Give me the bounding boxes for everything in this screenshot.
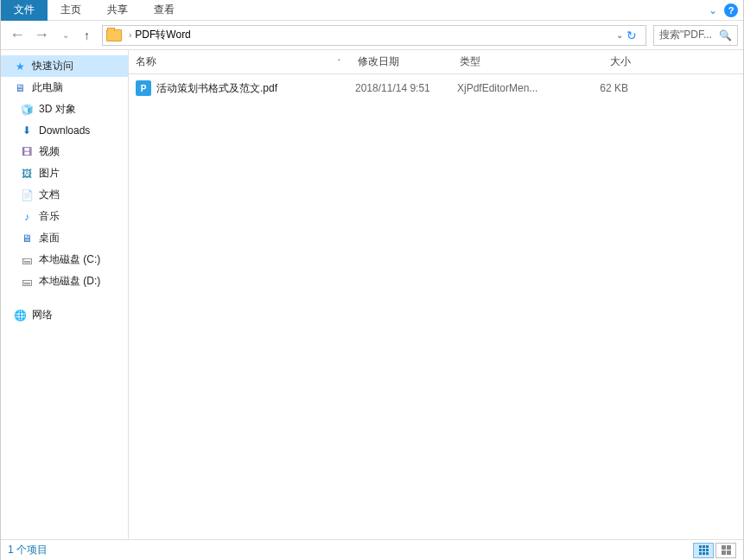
dropdown-icon[interactable]: ⌄ xyxy=(616,30,623,40)
folder-icon xyxy=(106,29,122,41)
column-headers: 名称 ˆ 修改日期 类型 大小 xyxy=(129,50,743,74)
music-icon: ♪ xyxy=(20,210,34,224)
search-icon: 🔍 xyxy=(719,29,737,41)
column-name[interactable]: 名称 xyxy=(136,54,355,69)
sidebar-label: 图片 xyxy=(39,166,60,181)
sidebar-label: 此电脑 xyxy=(32,80,63,95)
pc-icon: 🖥 xyxy=(13,81,27,95)
network-icon: 🌐 xyxy=(13,309,27,322)
picture-icon: 🖼 xyxy=(20,167,34,181)
sidebar-desktop[interactable]: 🖥桌面 xyxy=(1,227,128,249)
help-icon[interactable]: ? xyxy=(724,3,738,17)
sidebar-music[interactable]: ♪音乐 xyxy=(1,206,128,227)
chevron-right-icon: › xyxy=(125,30,135,40)
file-type: XjPdfEditorMen... xyxy=(457,82,559,94)
sidebar-this-pc[interactable]: 🖥此电脑 xyxy=(1,77,128,99)
column-date[interactable]: 修改日期 xyxy=(358,54,460,69)
column-type[interactable]: 类型 xyxy=(460,54,562,69)
sort-ascending-icon: ˆ xyxy=(338,58,340,67)
column-size[interactable]: 大小 xyxy=(562,54,631,69)
sidebar-drive-c[interactable]: 🖴本地磁盘 (C:) xyxy=(1,249,128,270)
chevron-down-icon[interactable]: ⌄ xyxy=(709,4,717,16)
item-count: 1 个项目 xyxy=(8,543,48,557)
sidebar-label: 视频 xyxy=(39,144,60,159)
sidebar-quick-access[interactable]: ★快速访问 xyxy=(1,55,128,77)
file-size: 62 KB xyxy=(559,82,628,94)
status-bar: 1 个项目 xyxy=(1,539,743,560)
document-icon: 📄 xyxy=(20,188,34,202)
back-button[interactable]: ← xyxy=(6,26,29,44)
sidebar-label: 本地磁盘 (C:) xyxy=(39,252,100,267)
search-input[interactable]: 搜索"PDF... 🔍 xyxy=(653,25,738,46)
sidebar-label: 文档 xyxy=(39,188,60,202)
drive-icon: 🖴 xyxy=(20,275,34,289)
sidebar: ★快速访问 🖥此电脑 🧊3D 对象 ⬇Downloads 🎞视频 🖼图片 📄文档… xyxy=(1,50,129,539)
sidebar-label: 3D 对象 xyxy=(39,102,76,117)
file-menu[interactable]: 文件 xyxy=(1,0,48,21)
star-icon: ★ xyxy=(13,60,27,73)
address-bar[interactable]: › PDF转Word ⌄ ↻ xyxy=(102,25,646,46)
sidebar-label: 本地磁盘 (D:) xyxy=(39,274,100,289)
video-icon: 🎞 xyxy=(20,145,34,159)
cube-icon: 🧊 xyxy=(20,103,34,117)
nav-bar: ← → ⌄ ↑ › PDF转Word ⌄ ↻ 搜索"PDF... 🔍 xyxy=(1,21,743,50)
sidebar-label: 音乐 xyxy=(39,209,60,224)
download-icon: ⬇ xyxy=(20,124,34,137)
breadcrumb-folder[interactable]: PDF转Word xyxy=(135,28,190,42)
recent-dropdown[interactable]: ⌄ xyxy=(54,30,77,40)
desktop-icon: 🖥 xyxy=(20,232,34,245)
sidebar-downloads[interactable]: ⬇Downloads xyxy=(1,120,128,141)
sidebar-label: 快速访问 xyxy=(32,59,73,73)
sidebar-videos[interactable]: 🎞视频 xyxy=(1,141,128,162)
explorer-window: 文件 主页 共享 查看 ⌄ ? ← → ⌄ ↑ › PDF转Word ⌄ ↻ 搜… xyxy=(0,0,744,560)
sidebar-documents[interactable]: 📄文档 xyxy=(1,184,128,206)
search-placeholder: 搜索"PDF... xyxy=(659,28,712,42)
share-tab[interactable]: 共享 xyxy=(94,0,141,21)
pdf-icon: P xyxy=(136,80,151,96)
file-list: P 活动策划书格式及范文.pdf 2018/11/14 9:51 XjPdfEd… xyxy=(129,74,743,539)
sidebar-label: 桌面 xyxy=(39,231,60,245)
large-icons-view-button[interactable] xyxy=(715,543,736,558)
sidebar-pictures[interactable]: 🖼图片 xyxy=(1,162,128,184)
file-date: 2018/11/14 9:51 xyxy=(355,82,457,94)
home-tab[interactable]: 主页 xyxy=(48,0,94,21)
details-view-button[interactable] xyxy=(693,543,714,558)
file-name: 活动策划书格式及范文.pdf xyxy=(156,81,277,96)
menu-bar: 文件 主页 共享 查看 ⌄ ? xyxy=(1,0,743,21)
sidebar-drive-d[interactable]: 🖴本地磁盘 (D:) xyxy=(1,270,128,292)
refresh-icon[interactable]: ↻ xyxy=(626,29,637,42)
sidebar-network[interactable]: 🌐网络 xyxy=(1,304,128,326)
sidebar-label: Downloads xyxy=(39,124,90,137)
content-pane: 名称 ˆ 修改日期 类型 大小 P 活动策划书格式及范文.pdf 2018/11… xyxy=(129,50,743,539)
sidebar-3d-objects[interactable]: 🧊3D 对象 xyxy=(1,99,128,120)
forward-button[interactable]: → xyxy=(30,26,53,44)
sidebar-label: 网络 xyxy=(32,308,53,322)
drive-icon: 🖴 xyxy=(20,253,34,267)
file-row[interactable]: P 活动策划书格式及范文.pdf 2018/11/14 9:51 XjPdfEd… xyxy=(129,78,743,99)
up-button[interactable]: ↑ xyxy=(79,29,95,42)
view-tab[interactable]: 查看 xyxy=(141,0,188,21)
